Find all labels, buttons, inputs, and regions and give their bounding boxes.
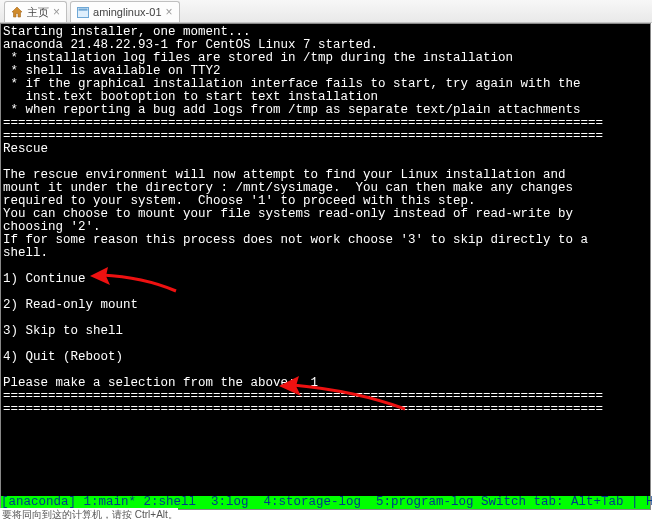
terminal-output: Starting installer, one moment... anacon… — [1, 24, 650, 416]
line: * if the graphical installation interfac… — [3, 77, 581, 91]
line: inst.text bootoption to start text insta… — [3, 90, 378, 104]
line: Please make a selection from the above: … — [3, 376, 318, 390]
tab-bar: 主页 × aminglinux-01 × — [0, 0, 652, 23]
line: The rescue environment will now attempt … — [3, 168, 566, 182]
tab-terminal[interactable]: aminglinux-01 × — [70, 1, 180, 22]
line: If for some reason this process does not… — [3, 233, 588, 247]
close-icon[interactable]: × — [166, 7, 173, 17]
line: choosing '2'. — [3, 220, 101, 234]
line: 1) Continue — [3, 272, 86, 286]
line: shell. — [3, 246, 48, 260]
svg-rect-1 — [79, 8, 88, 10]
tab-home-label: 主页 — [27, 5, 49, 20]
close-icon[interactable]: × — [53, 7, 60, 17]
line: You can choose to mount your file system… — [3, 207, 573, 221]
line: * when reporting a bug add logs from /tm… — [3, 103, 581, 117]
status-right: Switch tab: Alt+Tab | Help: F1 — [474, 496, 652, 509]
terminal-window: Starting installer, one moment... anacon… — [0, 23, 651, 510]
line: Starting installer, one moment... — [3, 25, 251, 39]
line: mount it under the directory : /mnt/sysi… — [3, 181, 573, 195]
line: 4) Quit (Reboot) — [3, 350, 123, 364]
line: ========================================… — [3, 116, 603, 130]
terminal-icon — [77, 7, 89, 18]
line: ========================================… — [3, 402, 603, 416]
tab-terminal-label: aminglinux-01 — [93, 6, 161, 18]
line: 2) Read-only mount — [3, 298, 138, 312]
host-hint: 要将同向到这的计算机，请按 Ctrl+Alt。 — [0, 508, 178, 519]
line: anaconda 21.48.22.93-1 for CentOS Linux … — [3, 38, 378, 52]
line: Rescue — [3, 142, 48, 156]
line: * shell is available on TTY2 — [3, 64, 221, 78]
tab-home[interactable]: 主页 × — [4, 1, 67, 22]
line: ========================================… — [3, 389, 603, 403]
line: required to your system. Choose '1' to p… — [3, 194, 476, 208]
line: * installation log files are stored in /… — [3, 51, 513, 65]
line: ========================================… — [3, 129, 603, 143]
home-icon — [11, 7, 23, 18]
line: 3) Skip to shell — [3, 324, 123, 338]
